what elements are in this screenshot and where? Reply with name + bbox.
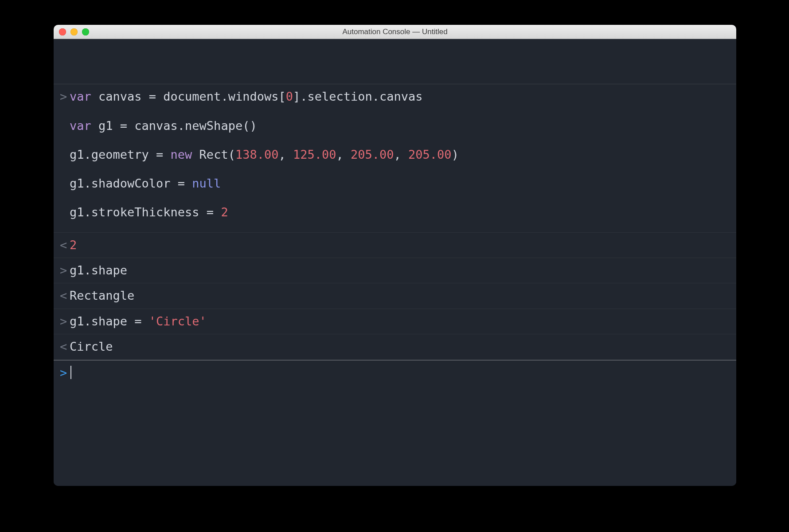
console-output-row: 2 [54, 233, 736, 258]
input-chevron-icon [60, 90, 70, 104]
code-content: g1.shape = 'Circle' [70, 314, 729, 329]
code-content: Rectangle [70, 289, 729, 303]
code-content: Circle [70, 340, 729, 354]
output-chevron-icon [60, 340, 70, 354]
console-window: Automation Console — Untitled var canvas… [54, 25, 736, 486]
output-chevron-icon [60, 289, 70, 303]
console-input-row: g1.shape = 'Circle' [54, 309, 736, 334]
input-chevron-icon [60, 263, 70, 278]
text-cursor [70, 366, 71, 379]
code-content: var canvas = document.windows[0].selecti… [70, 90, 729, 227]
console-input-row: g1.shape [54, 258, 736, 283]
console-output[interactable]: var canvas = document.windows[0].selecti… [54, 84, 736, 486]
traffic-lights [59, 28, 89, 35]
titlebar[interactable]: Automation Console — Untitled [54, 25, 736, 39]
output-chevron-icon [60, 238, 70, 252]
console-output-row: Rectangle [54, 283, 736, 309]
code-content: g1.shape [70, 263, 729, 278]
prompt-chevron-icon [60, 366, 70, 380]
console-prompt-row[interactable] [54, 360, 736, 386]
console-output-row: Circle [54, 334, 736, 360]
window-title: Automation Console — Untitled [342, 27, 447, 36]
toolbar-area [54, 39, 736, 84]
console-input-row: var canvas = document.windows[0].selecti… [54, 84, 736, 233]
zoom-icon[interactable] [82, 28, 89, 35]
code-content[interactable] [70, 366, 729, 380]
code-content: 2 [70, 238, 729, 252]
close-icon[interactable] [59, 28, 66, 35]
input-chevron-icon [60, 314, 70, 329]
minimize-icon[interactable] [70, 28, 78, 35]
